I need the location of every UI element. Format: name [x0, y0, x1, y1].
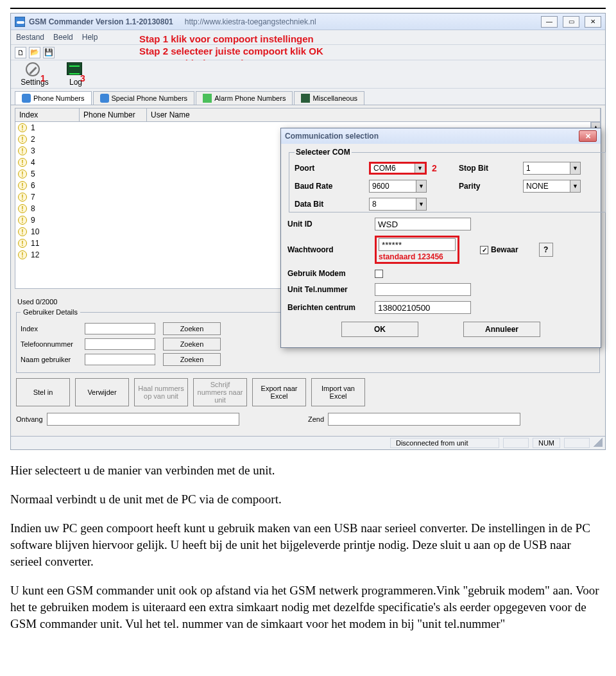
communication-dialog: Communication selection ✕ Selecteer COM …: [280, 128, 601, 348]
tab-special-phone[interactable]: Special Phone Numbers: [93, 91, 195, 105]
warn-icon: !: [18, 158, 27, 167]
phone-icon: [100, 94, 109, 103]
annuleer-button[interactable]: Annuleer: [463, 322, 540, 337]
col-phone: Phone Number: [80, 108, 147, 121]
unittel-input[interactable]: [375, 283, 471, 296]
import-excel-button[interactable]: Import van Excel: [311, 378, 365, 406]
unitid-input[interactable]: [375, 218, 471, 230]
step-marker-2: 2: [432, 163, 437, 173]
grid-header: Index Phone Number User Name: [15, 108, 601, 122]
check-icon: ✓: [480, 246, 488, 254]
label-tel: Telefoonnummer: [21, 340, 85, 348]
app-window: GSM Commander Version 1.1-20130801 http:…: [10, 13, 606, 450]
label-baud: Baud Rate: [295, 182, 356, 191]
menu-help[interactable]: Help: [82, 33, 98, 42]
step-marker-3: 3: [80, 73, 85, 83]
bewaar-checkbox[interactable]: ✓Bewaar: [480, 245, 518, 254]
body-text: Hier selecteert u de manier van verbinde…: [10, 462, 606, 632]
dialog-titlebar: Communication selection ✕: [281, 128, 601, 144]
baud-combo[interactable]: 9600▼: [369, 180, 427, 193]
centrum-input[interactable]: [375, 301, 471, 314]
tel-input[interactable]: [85, 338, 155, 350]
label-ontvang: Ontvang: [16, 415, 43, 423]
zoeken-name-button[interactable]: Zoeken: [163, 353, 221, 366]
menu-bestand[interactable]: Bestand: [16, 33, 44, 42]
databit-combo[interactable]: 8▼: [369, 198, 427, 211]
label-poort: Poort: [295, 164, 356, 173]
para-2: Normaal verbindt u de unit met de PC via…: [10, 491, 606, 508]
export-excel-button[interactable]: Export naar Excel: [252, 378, 306, 406]
misc-icon: [301, 94, 310, 103]
warn-icon: !: [18, 181, 27, 190]
parity-combo[interactable]: NONE▼: [523, 180, 581, 193]
poort-combo[interactable]: COM6▼: [369, 162, 427, 175]
verwijder-button[interactable]: Verwijder: [75, 378, 129, 406]
ok-button[interactable]: OK: [341, 322, 418, 337]
label-parity: Parity: [459, 182, 510, 191]
label-modem: Gebruik Modem: [287, 269, 375, 278]
alarm-icon: [203, 94, 212, 103]
modem-checkbox[interactable]: [375, 270, 594, 278]
open-file-icon[interactable]: 📂: [29, 47, 40, 58]
tab-misc[interactable]: Miscellaneous: [294, 91, 364, 105]
tab-phone-numbers[interactable]: Phone Numbers: [15, 91, 92, 105]
wrench-icon: [26, 62, 40, 76]
stopbit-combo[interactable]: 1▼: [523, 162, 581, 175]
dialog-close-button[interactable]: ✕: [579, 130, 597, 142]
step-marker-1: 1: [40, 73, 46, 83]
save-file-icon[interactable]: 💾: [43, 47, 55, 58]
password-highlight: standaard 123456: [375, 236, 459, 264]
warn-icon: !: [18, 193, 27, 202]
settings-button[interactable]: Settings: [15, 61, 55, 88]
chevron-down-icon: ▼: [415, 164, 425, 173]
status-num: NUM: [533, 438, 560, 448]
help-button[interactable]: ?: [539, 243, 553, 257]
dialog-title: Communication selection: [285, 132, 379, 141]
zend-input[interactable]: [328, 413, 520, 426]
check-icon: [375, 270, 383, 278]
stelin-button[interactable]: Stel in: [16, 378, 70, 406]
status-connection: Disconnected from unit: [390, 438, 499, 448]
step-1-text: Stap 1 klik voor compoort instellingen: [139, 33, 323, 45]
warn-icon: !: [18, 169, 27, 178]
menu-beeld[interactable]: Beeld: [53, 33, 73, 42]
para-4: U kunt een GSM commander unit ook op afs…: [10, 582, 606, 632]
warn-icon: !: [18, 135, 27, 144]
password-hint: standaard 123456: [379, 252, 456, 261]
details-legend: Gebruiker Details: [21, 308, 80, 316]
ontvang-input[interactable]: [47, 413, 239, 426]
window-url: http://www.kiestra-toegangstechniek.nl: [185, 17, 316, 26]
warn-icon: !: [18, 123, 27, 132]
label-index: Index: [21, 325, 85, 333]
minimize-button[interactable]: —: [541, 16, 558, 28]
warn-icon: !: [18, 250, 27, 259]
label-databit: Data Bit: [295, 200, 356, 209]
com-fieldset: Selecteer COM Poort COM6▼ 2 Stop Bit 1▼ …: [289, 148, 606, 212]
haal-button[interactable]: Haal nummers op van unit: [134, 378, 188, 406]
main-toolbar: Settings 1 Log 3: [11, 60, 605, 89]
name-input[interactable]: [85, 354, 155, 365]
index-input[interactable]: [85, 323, 155, 334]
new-file-icon[interactable]: 🗋: [15, 47, 26, 58]
zoeken-tel-button[interactable]: Zoeken: [163, 338, 221, 351]
label-wachtwoord: Wachtwoord: [287, 245, 375, 254]
close-button[interactable]: ✕: [585, 16, 601, 28]
statusbar: Disconnected from unit NUM: [11, 436, 605, 449]
chevron-down-icon: ▼: [570, 162, 580, 174]
chevron-down-icon: ▼: [416, 180, 426, 192]
para-3: Indien uw PC geen compoort heeft kunt u …: [10, 520, 606, 570]
blank-cell: [503, 438, 529, 448]
password-input[interactable]: [379, 238, 456, 251]
label-unitid: Unit ID: [287, 220, 375, 229]
log-button[interactable]: Log: [56, 61, 96, 88]
page-rule: [10, 8, 606, 9]
tab-alarm-phone[interactable]: Alarm Phone Numbers: [196, 91, 293, 105]
window-title: GSM Commander Version 1.1-20130801: [29, 17, 173, 26]
action-buttons: Stel in Verwijder Haal nummers op van un…: [15, 374, 601, 410]
warn-icon: !: [18, 239, 27, 248]
warn-icon: !: [18, 227, 27, 236]
schrijf-button[interactable]: Schrijf nummers naar unit: [193, 378, 247, 406]
resize-grip-icon[interactable]: [594, 438, 603, 447]
zoeken-index-button[interactable]: Zoeken: [163, 322, 221, 335]
maximize-button[interactable]: ▭: [563, 16, 579, 28]
